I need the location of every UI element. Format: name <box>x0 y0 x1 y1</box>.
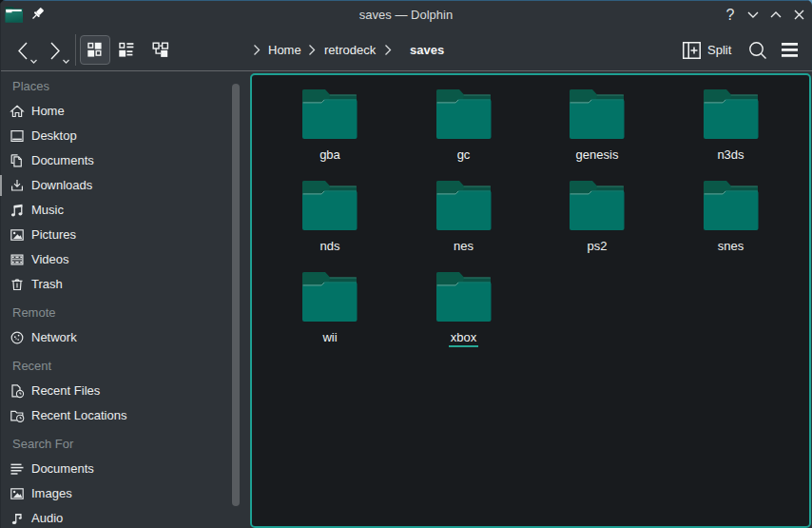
svg-text:?: ? <box>726 7 735 23</box>
